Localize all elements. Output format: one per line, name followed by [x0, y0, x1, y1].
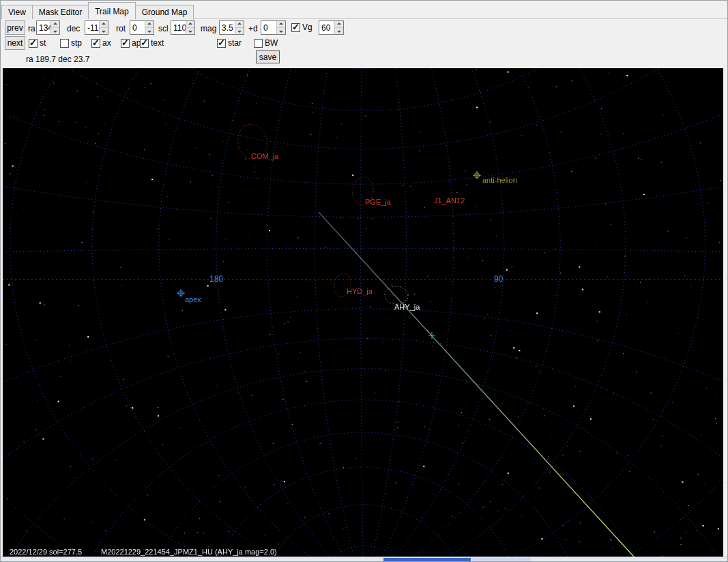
scl-label: scl [158, 24, 169, 33]
vg-checkbox-label: Vg [302, 23, 312, 32]
taskbar-selected-segment[interactable] [383, 558, 471, 562]
ra-label: ra [28, 24, 35, 33]
scl-value[interactable]: 110 [171, 21, 186, 34]
ap-checkbox[interactable]: ap [121, 38, 141, 48]
text-checkbox[interactable]: text [140, 38, 164, 48]
dec-up-button[interactable] [100, 21, 108, 28]
tab-mask-editor[interactable]: Mask Editor [32, 5, 89, 19]
text-checkbox-box[interactable] [140, 39, 149, 48]
mag-down-button[interactable] [235, 28, 244, 34]
rot-down-button[interactable] [145, 28, 154, 34]
ax-checkbox[interactable]: ax [91, 38, 111, 48]
rot-value[interactable]: 0 [130, 21, 145, 34]
ap-checkbox-box[interactable] [121, 39, 130, 48]
rot-up-button[interactable] [145, 21, 154, 28]
st-checkbox[interactable]: st [29, 38, 46, 48]
taskbar-segment[interactable] [472, 558, 531, 562]
vg-value[interactable]: 60 [319, 21, 334, 34]
dec-input[interactable]: -11 [85, 20, 108, 35]
dec-label: dec [67, 24, 80, 33]
plus-d-value[interactable]: 0 [261, 21, 276, 34]
dec-down-button[interactable] [100, 28, 108, 34]
plus-d-down-button[interactable] [277, 28, 285, 34]
star-checkbox-box[interactable] [217, 39, 226, 48]
tab-trail-map[interactable]: Trail Map [88, 2, 136, 19]
ra-up-button[interactable] [51, 21, 59, 28]
ax-checkbox-box[interactable] [91, 39, 100, 48]
scl-input[interactable]: 110 [171, 20, 195, 35]
mag-up-button[interactable] [235, 21, 244, 28]
tab-bar: View Mask Editor Trail Map Ground Map [1, 2, 193, 19]
background-window-strip [0, 557, 728, 562]
mag-label: mag [201, 24, 216, 33]
plus-d-input[interactable]: 0 [261, 20, 286, 35]
text-checkbox-label: text [151, 38, 164, 48]
stp-checkbox-label: stp [71, 38, 82, 48]
save-button[interactable]: save [256, 50, 280, 63]
plus-d-up-button[interactable] [277, 21, 285, 28]
star-checkbox[interactable]: star [217, 38, 242, 48]
rot-label: rot [116, 24, 126, 33]
vg-checkbox[interactable]: Vg [291, 23, 312, 32]
ra-down-button[interactable] [51, 28, 59, 34]
mag-value[interactable]: 3.5 [220, 21, 235, 34]
scl-down-button[interactable] [186, 28, 194, 34]
stp-checkbox-box[interactable] [60, 39, 69, 48]
dec-value[interactable]: -11 [85, 21, 99, 34]
tab-view[interactable]: View [1, 5, 33, 19]
ra-input[interactable]: 134 [36, 20, 60, 35]
ax-checkbox-label: ax [102, 38, 111, 48]
star-checkbox-label: star [228, 38, 242, 48]
vg-input[interactable]: 60 [319, 20, 344, 35]
tab-ground-map[interactable]: Ground Map [135, 5, 194, 19]
next-button[interactable]: next [5, 36, 25, 50]
rot-input[interactable]: 0 [130, 20, 154, 35]
prev-button[interactable]: prev [5, 20, 25, 35]
bw-checkbox-label: BW [265, 38, 278, 48]
bw-checkbox-box[interactable] [254, 39, 263, 48]
plus-d-label: +d [248, 24, 258, 33]
bw-checkbox[interactable]: BW [254, 38, 278, 48]
stp-checkbox[interactable]: stp [60, 38, 82, 48]
mag-input[interactable]: 3.5 [219, 20, 244, 35]
st-checkbox-label: st [40, 38, 46, 48]
vg-up-button[interactable] [335, 21, 343, 28]
vg-down-button[interactable] [335, 28, 343, 34]
toolbar: prev ra 134 dec -11 rot 0 scl 110 mag 3.… [0, 19, 728, 68]
st-checkbox-box[interactable] [29, 39, 38, 48]
vg-checkbox-box[interactable] [291, 23, 300, 32]
cursor-coordinates-readout: ra 189.7 dec 23.7 [26, 55, 89, 64]
trail-map-area [3, 68, 723, 557]
trail-map-canvas[interactable] [3, 68, 723, 557]
ra-value[interactable]: 134 [37, 21, 50, 34]
scl-up-button[interactable] [186, 21, 194, 28]
